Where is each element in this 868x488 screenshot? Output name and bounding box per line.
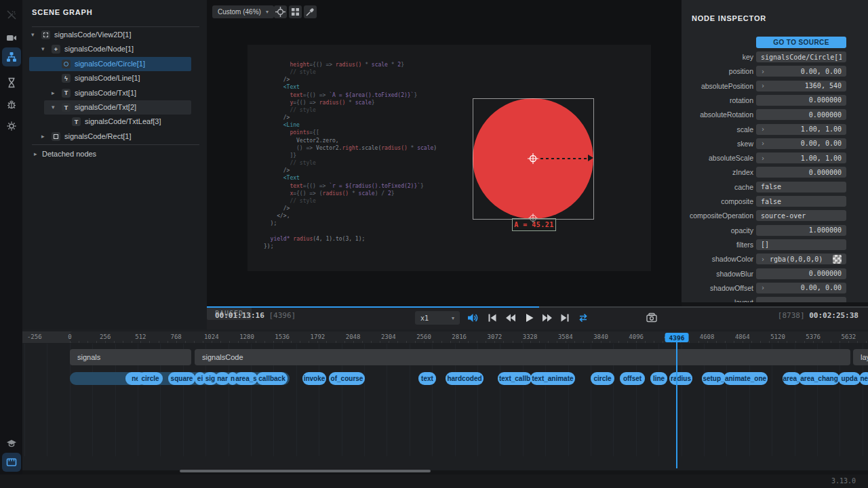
color-swatch[interactable] bbox=[833, 255, 842, 264]
inspector-row-shadowOffset: shadowOffset›0.00, 0.00 bbox=[682, 283, 868, 294]
property-field[interactable]: signalsCode/Circle[1] bbox=[756, 52, 846, 62]
scene-block-signalsCode[interactable]: signalsCode bbox=[195, 349, 850, 365]
property-field[interactable] bbox=[756, 297, 846, 302]
zoom-dropdown[interactable]: Custom (46%) ▾ bbox=[212, 5, 274, 18]
timeline-clip-offset[interactable]: offset bbox=[620, 372, 645, 385]
tree-node-node1[interactable]: ▾+signalsCode/Node[1] bbox=[22, 42, 207, 56]
chevron-right-icon[interactable]: ▸ bbox=[52, 89, 55, 96]
property-field[interactable]: source-over bbox=[756, 210, 846, 221]
timeline-clip-text[interactable]: text bbox=[418, 372, 436, 385]
docs-icon[interactable] bbox=[2, 434, 21, 453]
seek-track[interactable] bbox=[207, 306, 868, 308]
timeline-clip-line[interactable]: line bbox=[650, 372, 667, 385]
chevron-down-icon[interactable]: ▾ bbox=[31, 31, 35, 38]
timeline-clip-hardcoded[interactable]: hardcoded bbox=[446, 372, 484, 385]
expand-chevron-icon[interactable]: › bbox=[761, 82, 765, 89]
timeline-clip-nex[interactable]: nex bbox=[859, 372, 868, 385]
area-value-label[interactable]: A = 45.21 bbox=[512, 218, 556, 231]
play-button[interactable] bbox=[521, 311, 536, 325]
skip-start-button[interactable] bbox=[485, 311, 500, 325]
timeline-clip-setup_[interactable]: setup_ bbox=[702, 372, 726, 385]
expand-chevron-icon[interactable]: › bbox=[761, 68, 765, 75]
tree-node-txtleaf3[interactable]: TsignalsCode/TxtLeaf[3] bbox=[22, 115, 207, 129]
tree-node-line1[interactable]: ϟsignalsCode/Line[1] bbox=[22, 71, 207, 85]
property-field[interactable]: false bbox=[756, 196, 846, 207]
expand-chevron-icon[interactable]: › bbox=[761, 125, 765, 133]
grid-button[interactable] bbox=[289, 5, 302, 18]
scene-block-layout[interactable]: layout bbox=[853, 349, 868, 365]
expand-chevron-icon[interactable]: › bbox=[761, 284, 765, 291]
property-label: opacity bbox=[684, 226, 753, 235]
chevron-right-icon[interactable]: ▸ bbox=[41, 133, 45, 140]
timeline-clip-animate_one[interactable]: animate_one bbox=[724, 372, 768, 385]
screenshot-button[interactable] bbox=[644, 311, 659, 325]
property-field[interactable]: 0.000000 bbox=[756, 167, 846, 178]
property-field[interactable]: ›1360, 540 bbox=[756, 81, 846, 92]
property-field[interactable]: ›rgba(0,0,0,0) bbox=[756, 253, 846, 264]
timeline-clip-radius[interactable]: radius bbox=[669, 372, 692, 385]
property-field[interactable]: 0.000000 bbox=[756, 268, 846, 279]
volume-button[interactable] bbox=[465, 311, 480, 325]
timeline-clip-square[interactable]: square bbox=[168, 372, 195, 385]
chevron-down-icon[interactable]: ▾ bbox=[52, 104, 55, 110]
timeline-clip-area_chang[interactable]: area_chang bbox=[799, 372, 840, 385]
scene-stage[interactable]: height={() => radius() * scale * 2}// st… bbox=[248, 45, 651, 271]
timeline-ruler[interactable]: -256025651276810241280153617922048230425… bbox=[22, 331, 868, 343]
tree-node-view2d1[interactable]: ▾signalsCode/View2D[1] bbox=[22, 28, 207, 42]
property-field[interactable]: ›0.00, 0.00 bbox=[756, 66, 846, 77]
timeline-icon[interactable] bbox=[2, 453, 21, 472]
timeline-clip-callback[interactable]: callback bbox=[256, 372, 288, 385]
scene-block-signals[interactable]: signals bbox=[70, 349, 191, 365]
property-field[interactable]: [] bbox=[756, 239, 846, 250]
tree-node-rect1[interactable]: ▸signalsCode/Rect[1] bbox=[22, 129, 207, 144]
detached-nodes-row[interactable]: ▸ Detached nodes bbox=[22, 147, 207, 161]
property-field[interactable]: 0.000000 bbox=[756, 95, 846, 106]
expand-chevron-icon[interactable]: › bbox=[761, 140, 765, 147]
timeline-panel[interactable]: -256025651276810241280153617922048230425… bbox=[22, 329, 868, 470]
go-to-source-button[interactable]: GO TO SOURCE bbox=[756, 37, 846, 48]
timeline-clip-of_course[interactable]: of_course bbox=[329, 372, 365, 385]
playhead-frame-badge[interactable]: 4396 bbox=[665, 333, 689, 342]
console-icon[interactable] bbox=[2, 95, 21, 114]
focus-button[interactable] bbox=[274, 5, 287, 18]
chevron-down-icon[interactable]: ▾ bbox=[41, 45, 45, 52]
ruler-tick: 3328 bbox=[523, 333, 538, 340]
property-field[interactable]: false bbox=[756, 182, 846, 192]
settings-icon[interactable] bbox=[2, 117, 21, 136]
fast-forward-button[interactable] bbox=[540, 311, 555, 325]
property-field[interactable]: ›1.00, 1.00 bbox=[756, 124, 846, 135]
property-label: skew bbox=[684, 140, 753, 148]
viewport[interactable]: Custom (46%) ▾ height={() => radius() * … bbox=[207, 0, 682, 306]
center-crosshair-icon[interactable] bbox=[527, 152, 539, 165]
scene-graph-icon[interactable] bbox=[2, 47, 21, 66]
timeline-clip-invoke[interactable]: invoke bbox=[302, 372, 326, 385]
property-field[interactable]: ›0.00, 0.00 bbox=[756, 283, 846, 293]
property-field[interactable]: ›0.00, 0.00 bbox=[756, 138, 846, 149]
detached-nodes-label: Detached nodes bbox=[42, 150, 96, 158]
skip-end-button[interactable] bbox=[557, 311, 572, 325]
tree-node-txt2[interactable]: ▾TsignalsCode/Txt[2] bbox=[22, 100, 207, 115]
playhead-line[interactable] bbox=[676, 342, 677, 468]
expand-chevron-icon[interactable]: › bbox=[761, 256, 765, 263]
expand-chevron-icon[interactable]: › bbox=[761, 155, 765, 162]
timeline-clip-text_callb[interactable]: text_callb bbox=[498, 372, 532, 385]
playback-speed-dropdown[interactable]: x1 ▾ bbox=[415, 311, 460, 325]
tree-node-txt1[interactable]: ▸TsignalsCode/Txt[1] bbox=[22, 86, 207, 100]
timeline-clip-text_animate[interactable]: text_animate bbox=[530, 372, 575, 385]
eyedropper-button[interactable] bbox=[304, 5, 317, 18]
timeline-clip-area_s[interactable]: area_s bbox=[235, 372, 258, 385]
horizontal-scrollbar[interactable] bbox=[180, 470, 431, 472]
timeline-clip-area_[interactable]: area_ bbox=[783, 372, 801, 385]
loop-button[interactable] bbox=[576, 311, 591, 325]
property-field[interactable]: ›1.00, 1.00 bbox=[756, 152, 846, 163]
property-field[interactable]: 0.000000 bbox=[756, 109, 846, 120]
ruler-tick: 2816 bbox=[452, 333, 467, 340]
timeline-clip-upda[interactable]: upda bbox=[838, 372, 861, 385]
threads-icon[interactable] bbox=[2, 73, 21, 92]
video-settings-icon[interactable] bbox=[2, 28, 21, 47]
timeline-clip-circle[interactable]: circle bbox=[138, 372, 163, 385]
rewind-button[interactable] bbox=[503, 311, 518, 325]
property-field[interactable]: 1.000000 bbox=[756, 225, 846, 236]
timeline-clip-circle[interactable]: circle bbox=[591, 372, 614, 385]
tree-node-circle1[interactable]: signalsCode/Circle[1] bbox=[22, 57, 207, 71]
